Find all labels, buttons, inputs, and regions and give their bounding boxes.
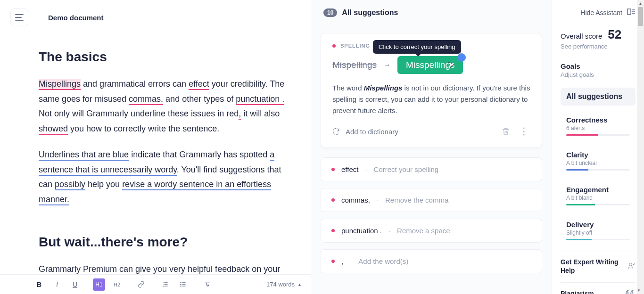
underline-button[interactable]: U (69, 278, 81, 291)
red-dot-icon (331, 168, 335, 171)
category-label: SPELLING (340, 43, 370, 49)
h1-button[interactable]: H1 (93, 278, 105, 291)
separator (129, 280, 129, 289)
error-commas[interactable]: commas, (129, 94, 163, 105)
svg-text:3: 3 (162, 285, 164, 287)
suggestion-description: The word Mispellings is not in our dicti… (332, 82, 530, 116)
suggestions-title: All suggestions (342, 8, 398, 17)
error-showed[interactable]: showed (39, 124, 68, 135)
suggestion-item[interactable]: effect · Correct your spelling (321, 157, 542, 181)
quote-icon (625, 289, 636, 294)
hide-assistant-button[interactable]: Hide Assistant (580, 9, 622, 16)
person-icon (627, 261, 636, 271)
filter-correctness[interactable]: Correctness 6 alerts (561, 111, 636, 140)
adjust-goals-link[interactable]: Adjust goals (561, 71, 636, 78)
red-dot-icon (331, 260, 335, 263)
see-performance-link[interactable]: See performance (561, 43, 636, 50)
clarity-period[interactable]: . (67, 195, 69, 205)
more-icon (523, 127, 525, 136)
score-label: Overall score (561, 32, 602, 40)
svg-point-14 (180, 286, 181, 286)
suggestion-item[interactable]: punctuation . · Remove a space (321, 219, 542, 243)
document-title[interactable]: Demo document (48, 14, 104, 22)
notification-dot-icon (457, 53, 466, 62)
svg-rect-18 (627, 9, 631, 15)
trash-icon (502, 127, 510, 136)
collapse-icon[interactable] (627, 8, 636, 17)
svg-point-12 (180, 282, 181, 283)
suggestion-count-badge: 10 (323, 8, 337, 17)
filter-engagement[interactable]: Engagement A bit bland (561, 181, 636, 210)
suggestion-item[interactable]: commas, · Remove the comma (321, 188, 542, 212)
separator (195, 280, 195, 289)
filter-clarity[interactable]: Clarity A bit unclear (561, 146, 636, 175)
plagiarism-link[interactable]: Plagiarism (561, 282, 636, 294)
svg-point-16 (523, 131, 524, 132)
separator (87, 280, 87, 289)
browser-scrollbar[interactable]: ▲ ▼ (637, 0, 644, 294)
bullet-list-button[interactable] (177, 278, 189, 291)
link-button[interactable] (135, 278, 147, 291)
arrow-icon: → (383, 61, 391, 69)
numbered-list-button[interactable]: 123 (159, 278, 171, 291)
format-toolbar: B I U H1 H2 123 174 words▲ (0, 274, 311, 294)
paragraph-1: Mispellings and grammatical errors can e… (39, 77, 289, 136)
suggestion-item[interactable]: , · Add the word(s) (321, 249, 542, 273)
paragraph-2: Underlines that are blue indicate that G… (39, 147, 289, 207)
red-dot-icon (331, 198, 335, 202)
svg-point-22 (629, 263, 632, 266)
red-dot-icon (332, 44, 336, 48)
filter-all-suggestions[interactable]: All suggestions (561, 88, 636, 106)
editor[interactable]: The basics Mispellings and grammatical e… (10, 45, 298, 294)
error-punctuation[interactable]: punctuation . (236, 94, 284, 105)
expert-help-link[interactable]: Get Expert Writing Help (561, 251, 636, 279)
scroll-down-icon[interactable]: ▼ (637, 287, 641, 294)
scroll-up-icon[interactable]: ▲ (637, 0, 644, 7)
cursor-icon (447, 61, 456, 71)
score-value: 52 (608, 27, 621, 42)
bold-button[interactable]: B (33, 278, 45, 291)
clarity-underlines[interactable]: Underlines that are blue (39, 150, 129, 161)
active-suggestion-card: SPELLING Click to correct your spelling … (321, 33, 542, 148)
italic-button[interactable]: I (51, 278, 63, 291)
svg-point-13 (180, 284, 181, 285)
red-dot-icon (331, 229, 335, 232)
word-count[interactable]: 174 words▲ (266, 281, 302, 288)
svg-point-17 (523, 134, 524, 135)
error-mispellings[interactable]: Mispellings (39, 79, 81, 90)
menu-button[interactable] (10, 8, 28, 26)
dismiss-button[interactable] (499, 125, 512, 138)
heading-more: But wait...there's more? (39, 230, 289, 253)
clarity-possibly[interactable]: possibly (55, 180, 85, 190)
svg-point-15 (523, 127, 524, 129)
dictionary-add-icon (332, 127, 341, 136)
separator (153, 280, 153, 289)
error-effect[interactable]: effect (189, 79, 209, 90)
scroll-thumb[interactable] (638, 7, 643, 26)
heading-basics: The basics (39, 45, 289, 68)
goals-title: Goals (561, 62, 636, 70)
h2-button[interactable]: H2 (111, 278, 123, 291)
add-to-dictionary-button[interactable]: Add to dictionary (332, 127, 398, 136)
apply-correction-button[interactable]: Misspellings (397, 56, 463, 74)
correction-tooltip: Click to correct your spelling (373, 40, 461, 54)
wrong-word: Mispellings (332, 60, 377, 70)
filter-delivery[interactable]: Delivery Slightly off (561, 216, 636, 245)
clear-format-button[interactable] (201, 278, 213, 291)
more-button[interactable] (517, 125, 530, 138)
